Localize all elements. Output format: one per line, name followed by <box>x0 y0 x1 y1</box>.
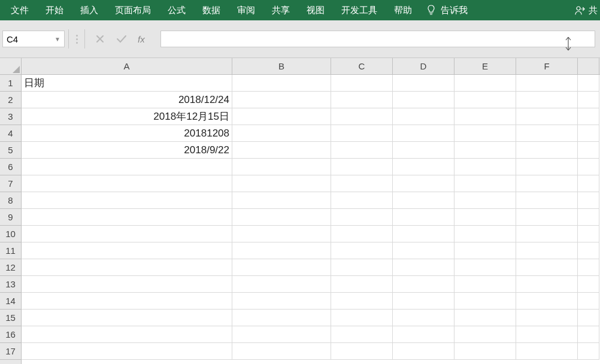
cell[interactable] <box>331 226 393 242</box>
cell[interactable] <box>393 242 454 259</box>
name-box-dropdown-icon[interactable]: ▼ <box>54 36 60 43</box>
cell[interactable] <box>454 108 516 125</box>
cell[interactable] <box>393 226 454 242</box>
ribbon-tab-file[interactable]: 文件 <box>2 0 37 20</box>
cell[interactable] <box>393 159 454 175</box>
ribbon-tab-developer[interactable]: 开发工具 <box>333 0 386 20</box>
cell[interactable] <box>393 310 454 326</box>
cell[interactable] <box>393 343 454 360</box>
cell[interactable] <box>331 259 393 276</box>
row-header[interactable]: 1 <box>0 75 21 92</box>
ribbon-tab-data[interactable]: 数据 <box>194 0 229 20</box>
cell[interactable] <box>22 175 232 192</box>
cell[interactable] <box>516 226 578 242</box>
cell[interactable] <box>454 209 516 226</box>
row-header[interactable]: 4 <box>0 125 21 142</box>
cell[interactable] <box>232 142 331 159</box>
cell[interactable] <box>578 209 599 226</box>
ribbon-tab-page-layout[interactable]: 页面布局 <box>107 0 159 20</box>
cell[interactable] <box>232 125 331 142</box>
cancel-button[interactable] <box>95 34 105 44</box>
cell[interactable] <box>393 108 454 125</box>
cell[interactable] <box>331 326 393 343</box>
cell[interactable] <box>516 326 578 343</box>
ribbon-tab-home[interactable]: 开始 <box>37 0 72 20</box>
cell[interactable] <box>393 326 454 343</box>
column-header[interactable]: E <box>454 58 516 74</box>
cell[interactable] <box>22 259 232 276</box>
cell[interactable] <box>454 175 516 192</box>
column-header[interactable]: D <box>393 58 454 74</box>
cell[interactable] <box>578 259 599 276</box>
cell[interactable] <box>516 242 578 259</box>
row-header[interactable]: 2 <box>0 92 21 108</box>
cell[interactable] <box>516 75 578 92</box>
cell[interactable] <box>232 192 331 209</box>
row-header[interactable]: 3 <box>0 108 21 125</box>
cell[interactable] <box>22 209 232 226</box>
cell[interactable] <box>516 343 578 360</box>
row-header[interactable]: 13 <box>0 276 21 293</box>
ribbon-tab-insert[interactable]: 插入 <box>72 0 107 20</box>
cell[interactable] <box>516 276 578 293</box>
cell[interactable] <box>393 125 454 142</box>
cell[interactable]: 2018/9/22 <box>22 142 232 159</box>
cell[interactable] <box>516 293 578 310</box>
cell[interactable] <box>22 326 232 343</box>
cell[interactable] <box>578 75 599 92</box>
formula-input[interactable] <box>160 31 595 47</box>
ribbon-tab-formulas[interactable]: 公式 <box>159 0 194 20</box>
ribbon-tab-share[interactable]: 共享 <box>263 0 298 20</box>
column-header[interactable] <box>578 58 599 74</box>
cell[interactable] <box>454 192 516 209</box>
row-header[interactable]: 14 <box>0 293 21 310</box>
cell[interactable] <box>578 226 599 242</box>
cell[interactable] <box>516 175 578 192</box>
row-header[interactable]: 8 <box>0 192 21 209</box>
cell[interactable] <box>516 159 578 175</box>
cell[interactable] <box>22 276 232 293</box>
cell[interactable] <box>393 192 454 209</box>
cell[interactable] <box>578 192 599 209</box>
cell[interactable] <box>393 276 454 293</box>
cell[interactable] <box>331 92 393 108</box>
cell[interactable] <box>393 209 454 226</box>
cell[interactable] <box>331 343 393 360</box>
cell[interactable]: 20181208 <box>22 125 232 142</box>
cell[interactable] <box>454 75 516 92</box>
cell[interactable] <box>578 326 599 343</box>
cell[interactable] <box>393 75 454 92</box>
cell[interactable] <box>393 293 454 310</box>
tell-me[interactable]: 告诉我 <box>420 5 474 16</box>
cell[interactable] <box>454 92 516 108</box>
cell[interactable] <box>578 125 599 142</box>
cell[interactable] <box>331 276 393 293</box>
cell[interactable] <box>516 192 578 209</box>
cells-area[interactable]: 日期2018/12/242018年12月15日201812082018/9/22 <box>22 75 600 364</box>
cell[interactable] <box>578 310 599 326</box>
cell[interactable] <box>331 310 393 326</box>
cell[interactable] <box>232 293 331 310</box>
cell[interactable] <box>331 209 393 226</box>
cell[interactable] <box>331 159 393 175</box>
row-header[interactable]: 16 <box>0 326 21 343</box>
cell[interactable] <box>516 125 578 142</box>
cell[interactable] <box>232 276 331 293</box>
cell[interactable] <box>232 310 331 326</box>
cell[interactable] <box>22 242 232 259</box>
cell[interactable] <box>454 242 516 259</box>
cell[interactable] <box>516 209 578 226</box>
column-header[interactable]: A <box>22 58 232 74</box>
row-header[interactable]: 12 <box>0 259 21 276</box>
cell[interactable] <box>232 92 331 108</box>
ribbon-tab-help[interactable]: 帮助 <box>386 0 420 20</box>
enter-button[interactable] <box>116 34 127 44</box>
cell[interactable] <box>516 108 578 125</box>
column-header[interactable]: F <box>516 58 578 74</box>
cell[interactable] <box>454 310 516 326</box>
cell[interactable] <box>22 343 232 360</box>
cell[interactable] <box>331 175 393 192</box>
cell[interactable] <box>22 192 232 209</box>
cell[interactable] <box>232 159 331 175</box>
ribbon-share[interactable]: 共 <box>567 5 598 16</box>
